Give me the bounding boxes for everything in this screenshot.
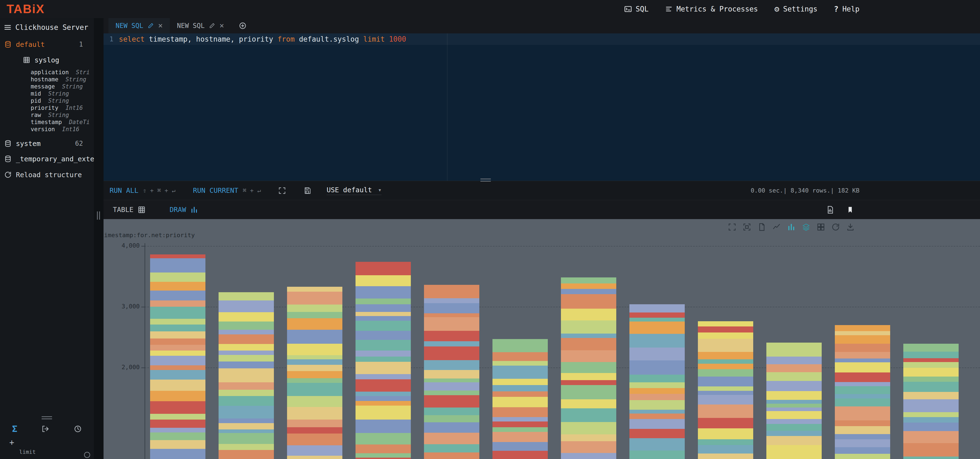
print-margin-ruler xyxy=(447,33,447,181)
bar-segment xyxy=(903,352,959,358)
column-row[interactable]: rawString xyxy=(31,112,94,119)
column-row[interactable]: applicationStri xyxy=(31,69,94,76)
bar-segment xyxy=(903,417,959,422)
stacked-bar[interactable] xyxy=(287,287,342,459)
column-row[interactable]: messageString xyxy=(31,83,94,91)
db-name: system xyxy=(16,140,41,148)
tab-draw[interactable]: DRAW xyxy=(170,206,198,214)
stacked-bar[interactable] xyxy=(424,285,479,459)
bar-segment xyxy=(903,443,959,457)
code-line[interactable]: 1 select timestamp, hostname, priority f… xyxy=(103,33,980,45)
help-icon: ? xyxy=(834,5,839,14)
column-row[interactable]: midString xyxy=(31,91,94,97)
refresh-icon[interactable] xyxy=(832,223,840,231)
save-icon[interactable] xyxy=(304,187,311,194)
sidebar-item-syslog-table[interactable]: syslog xyxy=(0,52,94,68)
bar-segment xyxy=(766,381,822,391)
sidebar-drag-handle[interactable] xyxy=(41,416,52,421)
column-name: message xyxy=(31,83,55,90)
menu-help[interactable]: ? Help xyxy=(834,5,859,14)
column-row[interactable]: hostnameString xyxy=(31,76,94,83)
tab-new-sql-2[interactable]: NEW SQL × xyxy=(170,18,231,33)
add-limit-button[interactable]: + xyxy=(9,438,14,447)
column-row[interactable]: priorityInt16 xyxy=(31,105,94,112)
add-tab-icon[interactable] xyxy=(239,22,247,30)
bar-segment xyxy=(356,299,411,304)
bar-segment xyxy=(903,362,959,368)
line-chart-icon[interactable] xyxy=(772,223,781,231)
sql-token: timestamp, hostname, priority xyxy=(145,35,277,43)
report-document-icon[interactable] xyxy=(826,206,834,214)
stacked-bar[interactable] xyxy=(219,292,274,459)
stacked-bar[interactable] xyxy=(561,278,616,459)
bar-segment xyxy=(150,414,205,419)
stacked-bar[interactable] xyxy=(766,343,822,459)
bar-segment xyxy=(698,352,753,359)
stacked-bar[interactable] xyxy=(150,254,205,459)
bar-segment xyxy=(356,419,411,433)
bar-segment xyxy=(219,423,274,429)
bar-segment xyxy=(219,344,274,351)
limit-area: + limit xyxy=(0,438,94,459)
menu-settings[interactable]: ⚙ Settings xyxy=(774,5,817,13)
document-icon[interactable] xyxy=(757,223,766,231)
tab-new-sql-1[interactable]: NEW SQL × xyxy=(108,18,170,33)
fullscreen-icon[interactable] xyxy=(278,187,286,194)
line-number: 1 xyxy=(103,35,119,43)
use-database-select[interactable]: USE default ▾ xyxy=(326,186,382,195)
stacked-bar[interactable] xyxy=(903,344,959,459)
stacked-bar[interactable] xyxy=(698,321,753,459)
bar-segment xyxy=(287,371,342,378)
app-logo[interactable]: TABiX xyxy=(6,2,45,16)
bar-segment xyxy=(150,428,205,432)
bar-segment xyxy=(835,434,890,439)
bar-segment xyxy=(424,453,479,459)
bar-segment xyxy=(356,331,411,340)
menu-metrics[interactable]: Metrics & Processes xyxy=(665,5,758,13)
column-row[interactable]: timestampDateTi xyxy=(31,119,94,126)
run-all-button[interactable]: RUN ALL ⇧ + ⌘ + ↵ xyxy=(110,186,175,194)
column-type: String xyxy=(48,112,69,118)
sql-editor[interactable]: 1 select timestamp, hostname, priority f… xyxy=(103,33,980,181)
editor-resize-handle[interactable] xyxy=(480,179,491,183)
select-region-icon[interactable] xyxy=(743,223,751,231)
bar-chart-icon[interactable] xyxy=(787,223,795,231)
menu-sql[interactable]: SQL xyxy=(624,5,649,13)
bar-segment xyxy=(219,406,274,418)
stacked-bar[interactable] xyxy=(356,262,411,459)
bar-segment xyxy=(287,318,342,330)
close-tab-icon[interactable]: × xyxy=(220,22,224,30)
bar-segment xyxy=(424,298,479,303)
grid-layout-icon[interactable] xyxy=(817,223,825,231)
reload-structure-button[interactable]: Reload structure xyxy=(0,167,94,183)
select-area-icon[interactable] xyxy=(728,223,736,231)
sidebar-item-default-db[interactable]: default 1 xyxy=(0,37,94,52)
menu-metrics-label: Metrics & Processes xyxy=(676,5,758,13)
table-name: syslog xyxy=(35,56,59,64)
bar-segment xyxy=(356,286,411,299)
sigma-aggregate-button[interactable]: Σ xyxy=(12,424,17,434)
stacked-bar[interactable] xyxy=(835,325,890,459)
server-selector[interactable]: Clickhouse Server xyxy=(0,18,94,37)
stacked-bar[interactable] xyxy=(492,339,548,459)
history-icon[interactable] xyxy=(74,425,82,433)
column-row[interactable]: pidString xyxy=(31,97,94,105)
edit-pencil-icon[interactable] xyxy=(209,23,215,29)
sidebar-resize-splitter[interactable] xyxy=(94,18,103,459)
bar-segment xyxy=(287,359,342,365)
edit-pencil-icon[interactable] xyxy=(148,23,154,29)
column-row[interactable]: versionInt16 xyxy=(31,126,94,133)
database-icon xyxy=(5,41,11,48)
run-current-button[interactable]: RUN CURRENT ⌘ + ↵ xyxy=(193,186,261,194)
export-arrow-icon[interactable] xyxy=(41,425,49,433)
stacked-bar[interactable] xyxy=(629,304,685,459)
close-tab-icon[interactable]: × xyxy=(158,22,163,30)
download-icon[interactable] xyxy=(846,223,854,231)
pin-icon[interactable] xyxy=(846,206,854,214)
sidebar-item-temporary-db[interactable]: _temporary_and_exte xyxy=(0,151,94,167)
bar-segment xyxy=(698,369,753,376)
sidebar-item-system-db[interactable]: system 62 xyxy=(0,136,94,151)
bar-segment xyxy=(424,285,479,298)
tab-table[interactable]: TABLE xyxy=(113,206,145,214)
layers-stack-icon[interactable] xyxy=(802,223,810,231)
